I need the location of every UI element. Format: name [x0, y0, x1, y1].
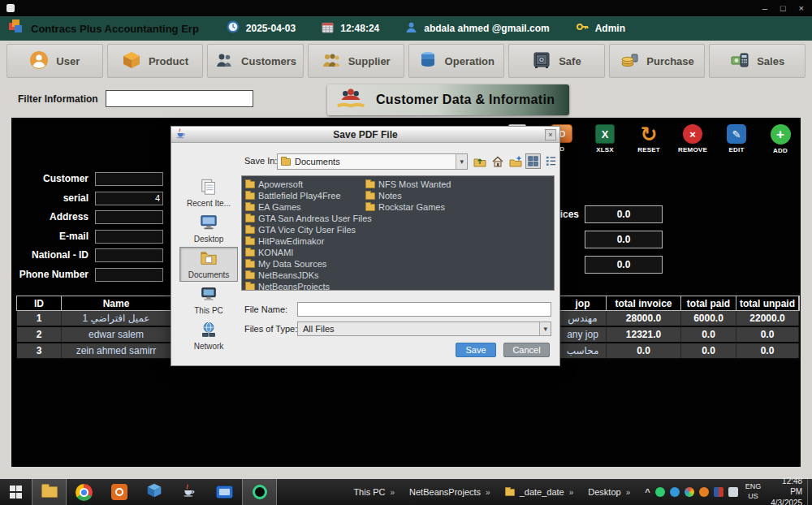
add-plus-icon: +: [771, 124, 791, 145]
nav-product-button[interactable]: Product: [107, 44, 204, 78]
tray-expand-icon[interactable]: ^: [645, 487, 650, 497]
save-button[interactable]: Save: [456, 343, 496, 357]
language-indicator[interactable]: ENG US: [745, 482, 762, 501]
nav-operation-button[interactable]: Operation: [408, 44, 505, 78]
taskbar-monitor-app[interactable]: [207, 479, 242, 505]
header-name[interactable]: Name: [62, 296, 171, 310]
taskbar-cube-app[interactable]: [137, 479, 172, 505]
file-list-item[interactable]: NetBeansProjects: [245, 281, 372, 291]
tray-icon-orange[interactable]: [699, 487, 709, 497]
taskbar-toolbar-this-pc[interactable]: This PC »: [353, 487, 395, 497]
close-button[interactable]: ×: [799, 4, 804, 13]
chevrons-icon[interactable]: »: [626, 488, 631, 497]
file-list-item[interactable]: My Data Sources: [245, 258, 372, 270]
home-button[interactable]: [490, 153, 505, 169]
remove-button[interactable]: × REMOVE: [676, 124, 710, 155]
tray-keyboard-icon[interactable]: [728, 487, 738, 497]
place-documents[interactable]: Documents: [179, 247, 238, 282]
place-label: Network: [194, 342, 224, 351]
file-list-item[interactable]: GTA Vice City User Files: [245, 224, 372, 235]
address-field[interactable]: [95, 210, 163, 224]
nav-supplier-button[interactable]: Supplier: [308, 44, 404, 78]
file-list-item[interactable]: Battlefield Play4Free: [245, 190, 372, 201]
tray-icon-blue[interactable]: [670, 487, 680, 497]
file-name-input[interactable]: [297, 302, 551, 317]
xlsx-export-button[interactable]: X XLSX: [588, 124, 622, 155]
place-network[interactable]: Network: [179, 318, 238, 353]
list-view-toggle[interactable]: [543, 153, 559, 169]
phone-field[interactable]: [95, 268, 163, 282]
edit-button[interactable]: ✎ EDIT: [719, 124, 754, 155]
national-id-field[interactable]: [95, 248, 163, 262]
place-this-pc[interactable]: This PC: [179, 283, 238, 317]
maximize-button[interactable]: □: [780, 4, 786, 13]
taskbar-java[interactable]: [172, 479, 207, 505]
up-one-level-button[interactable]: [472, 153, 487, 169]
filter-label: Filter Information: [18, 93, 98, 105]
nav-label: User: [56, 55, 80, 67]
file-list-item[interactable]: Rockstar Games: [365, 201, 451, 213]
cancel-button[interactable]: Cancel: [503, 343, 550, 357]
file-list-item[interactable]: Notes: [365, 190, 451, 201]
taskbar: This PC » NetBeansProjects » _date_date …: [0, 479, 812, 505]
file-list-item[interactable]: NetBeansJDKs: [245, 270, 372, 281]
taskbar-orange-app[interactable]: [102, 479, 137, 505]
header-total-paid[interactable]: total paid: [681, 296, 736, 310]
email-field[interactable]: [95, 230, 163, 244]
cell-name: عميل افتراضي 1: [62, 311, 171, 326]
serial-field[interactable]: [95, 192, 163, 205]
taskbar-toolbar-date-date[interactable]: _date_date »: [505, 487, 574, 497]
chevrons-icon[interactable]: »: [569, 488, 574, 497]
nav-customers-button[interactable]: Customers: [207, 44, 304, 78]
start-button[interactable]: [0, 479, 32, 505]
taskbar-clock[interactable]: 12:48 PM 4/3/2025: [768, 476, 802, 505]
taskbar-chrome[interactable]: [67, 479, 102, 505]
chevrons-icon[interactable]: »: [486, 488, 490, 497]
file-list-item[interactable]: NFS Most Wanted: [365, 179, 451, 190]
database-icon: [418, 50, 438, 72]
file-list-item[interactable]: Apowersoft: [245, 179, 372, 190]
place-label: Desktop: [194, 235, 224, 244]
tray-icon-green[interactable]: [655, 487, 665, 497]
dialog-close-button[interactable]: ×: [545, 129, 556, 140]
file-list-item[interactable]: HitPawEdimakor: [245, 235, 372, 247]
header-total-invoice[interactable]: total invoice: [607, 296, 681, 310]
header-id[interactable]: ID: [17, 296, 62, 310]
header-time: 12:48:24: [340, 23, 379, 34]
file-name-label: Notes: [378, 191, 402, 201]
file-list-item[interactable]: EA Games: [245, 201, 372, 213]
place-recent-items[interactable]: Recent Ite...: [179, 175, 238, 210]
chevrons-icon[interactable]: »: [391, 488, 395, 497]
header-total-unpaid[interactable]: total unpaid: [736, 296, 799, 310]
tray-icon-multicolor[interactable]: [685, 487, 694, 497]
filter-input[interactable]: [106, 90, 253, 107]
grid-view-toggle[interactable]: [525, 153, 541, 169]
header-jop[interactable]: jop: [559, 296, 607, 310]
place-desktop[interactable]: Desktop: [179, 211, 238, 246]
show-desktop-button[interactable]: [807, 479, 812, 505]
file-list-item[interactable]: KONAMI: [245, 247, 372, 258]
tray-flag-icon[interactable]: [714, 487, 723, 497]
nav-safe-button[interactable]: Safe: [508, 44, 605, 78]
taskbar-file-explorer[interactable]: [32, 479, 67, 505]
save-in-combobox[interactable]: Documents ▾: [277, 153, 468, 170]
folder-icon: [245, 283, 255, 291]
nav-purchase-button[interactable]: Purchase: [609, 44, 706, 78]
files-of-type-combobox[interactable]: All Files ▾: [297, 322, 551, 336]
nav-label: Purchase: [646, 55, 694, 67]
app-logo-icon: [8, 19, 24, 38]
minimize-button[interactable]: –: [762, 4, 767, 13]
new-folder-button[interactable]: [508, 153, 523, 169]
customer-field[interactable]: [95, 172, 163, 186]
dialog-buttons: Save Cancel: [456, 343, 550, 357]
taskbar-recorder[interactable]: [242, 479, 277, 505]
save-in-label: Save In:: [244, 156, 277, 166]
taskbar-toolbar-desktop[interactable]: Desktop »: [588, 487, 630, 497]
folder-icon: [245, 181, 255, 188]
add-button[interactable]: + ADD: [763, 124, 797, 155]
nav-user-button[interactable]: User: [6, 44, 103, 78]
taskbar-toolbar-netbeansprojects[interactable]: NetBeansProjects »: [409, 487, 490, 497]
nav-sales-button[interactable]: Sales: [709, 44, 806, 78]
file-list-item[interactable]: GTA San Andreas User Files: [245, 213, 372, 224]
reset-button[interactable]: ↻ RESET: [632, 124, 666, 155]
